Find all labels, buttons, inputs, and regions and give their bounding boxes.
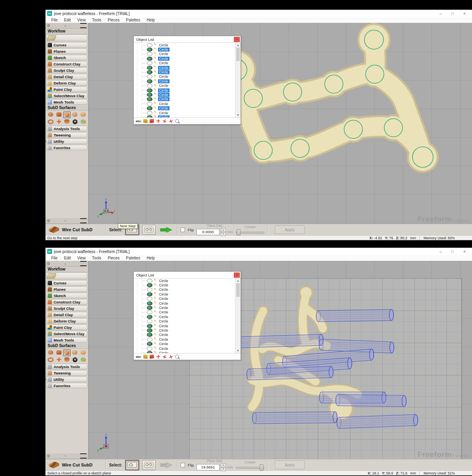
crease-slider[interactable] <box>236 229 264 235</box>
crease-slider[interactable] <box>236 464 264 470</box>
edit-pencil-icon[interactable]: ✎ <box>154 337 157 341</box>
visible-eye-icon[interactable] <box>147 93 152 97</box>
visible-eye-icon[interactable] <box>147 283 152 287</box>
sidebar-item-curves[interactable]: Curves <box>46 280 87 286</box>
maximize-button[interactable]: □ <box>447 248 459 255</box>
list-item[interactable]: ✎Circle <box>146 56 235 61</box>
visible-eye-icon[interactable] <box>147 88 152 92</box>
zoom-to-icon[interactable] <box>175 355 179 359</box>
edit-pencil-icon[interactable]: ✎ <box>154 283 157 287</box>
visible-eye-icon[interactable] <box>147 57 152 61</box>
menu-edit[interactable]: Edit <box>61 256 74 260</box>
menu-help[interactable]: Help <box>143 256 158 260</box>
sidebar-item-sketch[interactable]: Sketch <box>46 55 87 60</box>
sidebar-item-construct-clay[interactable]: Construct Clay <box>46 299 87 305</box>
edit-pencil-icon[interactable]: ✎ <box>154 315 157 318</box>
object-name[interactable]: Circle <box>158 333 170 337</box>
object-name[interactable]: Circle <box>158 342 170 346</box>
subd-tool-clay-box-icon[interactable] <box>55 111 62 117</box>
sidebar-item-sketch[interactable]: Sketch <box>46 293 87 298</box>
list-item[interactable]: ✎Circle <box>146 333 235 337</box>
sidebar-item-clay-tool[interactable] <box>46 273 87 279</box>
sidebar-item-analysis-tools[interactable]: Analysis Tools <box>46 364 87 369</box>
select-sketch-button[interactable] <box>142 225 156 235</box>
sidebar-item-mesh-tools[interactable]: Mesh Tools <box>46 99 87 105</box>
list-item[interactable]: ✎Circle <box>146 301 235 305</box>
edit-pencil-icon[interactable]: ✎ <box>154 319 157 323</box>
sidebar-item-favorites[interactable]: Favorites <box>46 145 87 150</box>
plane-dist-field[interactable]: 19.5691 <box>197 464 220 470</box>
visible-eye-icon[interactable] <box>147 315 152 319</box>
sidebar-grip-bar[interactable]: ⚙▴ <box>46 23 88 29</box>
list-item[interactable]: ✎Circle <box>146 283 235 287</box>
object-name[interactable]: Circle <box>158 48 170 52</box>
list-item[interactable]: ✎Circle <box>146 61 235 65</box>
menu-palettes[interactable]: Palettes <box>123 18 143 22</box>
object-name[interactable]: Circle <box>158 324 170 328</box>
object-name[interactable]: Circle <box>158 288 170 292</box>
next-step-button[interactable] <box>158 461 174 470</box>
menu-file[interactable]: File <box>48 18 61 22</box>
hidden-eye-icon[interactable] <box>147 84 152 88</box>
edit-pencil-icon[interactable]: ✎ <box>154 70 157 74</box>
guide-cylinder[interactable] <box>316 309 394 322</box>
scroll-down-arrow[interactable]: ▼ <box>235 348 241 353</box>
close-button[interactable]: × <box>459 248 470 255</box>
object-name[interactable]: Circle <box>158 66 170 70</box>
expand-caret-icon[interactable]: ▾ <box>50 455 80 458</box>
list-item[interactable]: ✎Circle <box>146 65 235 70</box>
list-item[interactable]: ✎Circle <box>146 47 235 52</box>
rotate-axis-icon[interactable] <box>162 354 167 359</box>
move-axis-icon[interactable] <box>168 118 173 124</box>
menu-view[interactable]: View <box>74 18 89 22</box>
collapse-caret-icon[interactable]: ▴ <box>50 262 80 265</box>
sidebar-item-clay-tool[interactable] <box>46 35 87 41</box>
zoom-to-icon[interactable] <box>175 119 179 123</box>
list-item[interactable]: ✎Circle <box>146 305 235 310</box>
subd-tool-clay-lump-icon[interactable] <box>47 111 54 117</box>
visible-eye-icon[interactable] <box>147 351 152 353</box>
sidebar-item-analysis-tools[interactable]: Analysis Tools <box>46 126 87 131</box>
object-name[interactable]: Circle <box>158 283 170 287</box>
object-name[interactable]: Circle <box>158 328 170 332</box>
menu-edit[interactable]: Edit <box>61 18 74 22</box>
panel-close-button[interactable]: × <box>234 273 240 278</box>
list-item[interactable]: ✎Circle <box>146 106 235 110</box>
visible-eye-icon[interactable] <box>147 115 152 117</box>
subd-tool-clay-patch-icon[interactable] <box>71 349 79 355</box>
visible-eye-icon[interactable] <box>147 106 152 110</box>
sidebar-item-deform-clay[interactable]: Deform Clay <box>46 318 87 324</box>
expand-caret-icon[interactable]: ▾ <box>50 219 80 223</box>
edit-pencil-icon[interactable]: ✎ <box>154 278 157 282</box>
list-item[interactable]: ✎Circle <box>146 97 235 102</box>
subd-tool-clay-patch-icon[interactable] <box>71 111 79 117</box>
rename-button[interactable]: abc <box>136 119 141 123</box>
object-name[interactable]: Circle <box>158 52 170 56</box>
subd-tool-clay-lump-icon[interactable] <box>47 349 54 355</box>
sidebar-item-tweening[interactable]: Tweening <box>46 132 87 138</box>
edit-pencil-icon[interactable]: ✎ <box>154 297 157 300</box>
sidebar-item-select-move-clay[interactable]: Select/Move Clay <box>46 93 87 98</box>
list-item[interactable]: ✎Circle <box>146 92 235 97</box>
hidden-eye-icon[interactable] <box>147 347 152 351</box>
edit-pencil-icon[interactable]: ✎ <box>154 65 157 69</box>
object-name[interactable]: Circle <box>158 97 170 101</box>
object-name[interactable]: Circle <box>158 102 170 106</box>
guide-cylinder[interactable] <box>247 367 333 380</box>
select-profile-button[interactable] <box>125 460 139 470</box>
subd-tool-wire-cut-icon[interactable] <box>63 111 71 118</box>
menu-view[interactable]: View <box>74 256 89 260</box>
object-name[interactable]: Circle <box>158 106 170 110</box>
list-item[interactable]: ✎Circle <box>146 102 235 106</box>
edit-pencil-icon[interactable]: ✎ <box>154 351 157 353</box>
edit-pencil-icon[interactable]: ✎ <box>154 306 157 309</box>
panel-close-button[interactable]: × <box>234 37 240 42</box>
panel-menu-icon[interactable] <box>80 218 87 223</box>
close-button[interactable]: × <box>459 10 470 17</box>
sidebar-item-planes[interactable]: Planes <box>46 286 87 292</box>
rename-button[interactable]: abc <box>136 355 141 359</box>
visible-eye-icon[interactable] <box>147 66 152 70</box>
sidebar-grip-bar[interactable]: ⚙▾ <box>46 453 88 459</box>
apply-button[interactable]: Apply <box>275 461 305 469</box>
panel-menu-icon[interactable] <box>80 23 87 28</box>
